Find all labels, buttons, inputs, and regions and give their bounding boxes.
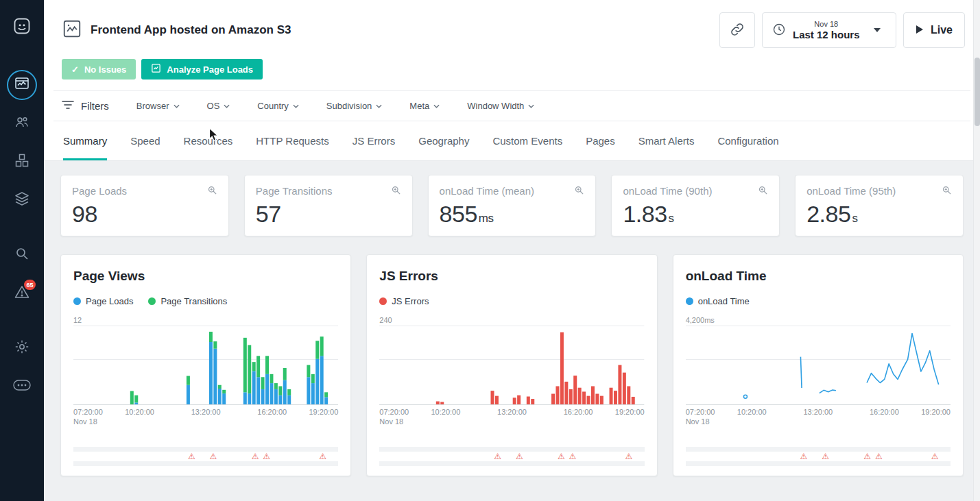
x-tick: 13:20:00 xyxy=(191,408,221,416)
time-range-selector[interactable]: Nov 18 Last 12 hours xyxy=(762,12,896,48)
tab-speed[interactable]: Speed xyxy=(130,121,160,160)
warning-triangle-icon[interactable]: ⚠ xyxy=(931,452,939,461)
x-tick: 16:20:00 xyxy=(564,408,593,416)
sidebar-item-packages[interactable] xyxy=(0,143,44,181)
chevron-down-icon xyxy=(874,28,881,32)
x-tick: 19:20:00 xyxy=(615,408,645,416)
tab-bar: Summary Speed Resources HTTP Requests JS… xyxy=(44,121,980,161)
vertical-scrollbar[interactable] xyxy=(973,0,980,501)
zoom-icon[interactable] xyxy=(207,185,217,198)
filter-country[interactable]: Country xyxy=(257,101,299,111)
filter-subdivision[interactable]: Subdivision xyxy=(326,101,383,111)
tab-summary[interactable]: Summary xyxy=(63,121,107,160)
page-views-chart[interactable] xyxy=(73,326,338,405)
sidebar-logo[interactable] xyxy=(0,8,44,47)
analyze-page-loads-button[interactable]: Analyze Page Loads xyxy=(141,59,263,80)
stat-value: 98 xyxy=(72,201,217,228)
warning-triangle-icon[interactable]: ⚠ xyxy=(210,452,217,461)
stat-value: 1.83s xyxy=(623,201,768,228)
warning-triangle-icon[interactable]: ⚠ xyxy=(822,452,829,461)
app-logo-icon xyxy=(12,16,32,38)
warning-triangle-icon[interactable]: ⚠ xyxy=(625,452,632,461)
share-link-button[interactable] xyxy=(719,12,755,48)
chevron-down-icon xyxy=(528,104,534,108)
stat-card-page-loads: Page Loads 98 xyxy=(60,175,229,236)
legend-js-errors[interactable]: JS Errors xyxy=(379,296,429,306)
zoom-icon[interactable] xyxy=(391,185,401,198)
warning-triangle-icon[interactable]: ⚠ xyxy=(800,452,808,461)
sidebar-item-settings[interactable] xyxy=(0,329,44,367)
sidebar-item-infrastructure[interactable] xyxy=(0,181,44,219)
warning-triangle-icon[interactable]: ⚠ xyxy=(494,452,501,461)
zoom-icon[interactable] xyxy=(942,185,952,198)
warning-triangle-icon[interactable]: ⚠ xyxy=(252,452,259,461)
live-label: Live xyxy=(931,24,953,36)
x-tick: 07:20:00Nov 18 xyxy=(73,408,103,426)
x-tick: 13:20:00 xyxy=(803,408,833,416)
warning-triangle-icon[interactable]: ⚠ xyxy=(875,452,883,461)
tab-http-requests[interactable]: HTTP Requests xyxy=(256,121,328,160)
legend-dot xyxy=(148,297,156,305)
warning-triangle-icon[interactable]: ⚠ xyxy=(516,452,523,461)
tab-geography[interactable]: Geography xyxy=(418,121,469,160)
chevron-down-icon xyxy=(174,104,180,108)
filter-browser[interactable]: Browser xyxy=(136,101,180,111)
no-issues-badge[interactable]: ✓ No Issues xyxy=(62,59,136,80)
sidebar-item-more[interactable] xyxy=(0,367,44,406)
alerts-count-badge: 65 xyxy=(24,280,36,290)
stat-label: Page Transitions xyxy=(256,185,333,197)
js-errors-card: JS Errors JS Errors 240 07:20:00Nov 18 1… xyxy=(366,254,657,476)
tab-custom-events[interactable]: Custom Events xyxy=(492,121,562,160)
zoom-icon[interactable] xyxy=(574,185,584,198)
sidebar-item-experience-active[interactable] xyxy=(0,66,44,104)
layers-icon xyxy=(14,191,30,210)
warning-triangle-icon[interactable]: ⚠ xyxy=(863,452,871,461)
filter-meta[interactable]: Meta xyxy=(409,101,440,111)
zoom-icon[interactable] xyxy=(758,185,768,198)
filter-icon xyxy=(62,100,74,112)
tab-resources[interactable]: Resources xyxy=(184,121,233,160)
alerts-strip[interactable]: ⚠⚠⚠⚠⚠ xyxy=(686,447,951,466)
time-range-date: Nov 18 xyxy=(793,20,860,29)
alerts-strip[interactable]: ⚠⚠⚠⚠⚠ xyxy=(73,447,338,466)
legend-page-transitions[interactable]: Page Transitions xyxy=(148,296,227,306)
filter-os[interactable]: OS xyxy=(207,101,230,111)
onload-time-chart[interactable] xyxy=(686,326,951,405)
tab-pages[interactable]: Pages xyxy=(586,121,615,160)
filter-window-width[interactable]: Window Width xyxy=(467,101,534,111)
js-errors-chart[interactable] xyxy=(379,326,644,405)
live-button[interactable]: Live xyxy=(903,12,965,48)
more-dots-icon xyxy=(13,380,31,393)
scrollbar-thumb[interactable] xyxy=(975,58,980,126)
x-tick: 13:20:00 xyxy=(497,408,527,416)
warning-triangle-icon[interactable]: ⚠ xyxy=(558,452,565,461)
x-tick: 07:20:00Nov 18 xyxy=(686,408,715,426)
x-tick: 10:20:00 xyxy=(125,408,154,416)
y-axis-max-label: 4,200ms xyxy=(686,316,951,324)
warning-triangle-icon[interactable]: ⚠ xyxy=(188,452,195,461)
time-range-label: Last 12 hours xyxy=(793,29,860,40)
main-area: Frontend App hosted on Amazon S3 Nov 18 … xyxy=(44,0,980,501)
x-axis-labels: 07:20:00Nov 18 10:20:00 13:20:00 16:20:0… xyxy=(686,408,951,430)
page-title: Frontend App hosted on Amazon S3 xyxy=(91,23,291,37)
x-tick: 10:20:00 xyxy=(737,408,767,416)
tab-smart-alerts[interactable]: Smart Alerts xyxy=(638,121,695,160)
warning-triangle-icon[interactable]: ⚠ xyxy=(569,452,577,461)
filters-toggle[interactable]: Filters xyxy=(62,100,109,112)
stat-value: 57 xyxy=(256,201,401,228)
x-tick: 16:20:00 xyxy=(257,408,287,416)
alerts-strip[interactable]: ⚠⚠⚠⚠⚠ xyxy=(379,447,644,466)
sidebar-item-search[interactable] xyxy=(0,236,44,274)
legend-page-loads[interactable]: Page Loads xyxy=(73,296,133,306)
legend-onload-time[interactable]: onLoad Time xyxy=(686,296,750,306)
warning-triangle-icon[interactable]: ⚠ xyxy=(319,452,326,461)
sidebar-item-users[interactable] xyxy=(0,104,44,143)
tab-js-errors[interactable]: JS Errors xyxy=(352,121,396,160)
page-views-card: Page Views Page Loads Page Transitions 1… xyxy=(60,254,351,476)
legend-dot xyxy=(379,297,387,305)
sidebar-item-alerts[interactable]: 65 xyxy=(0,274,44,313)
tab-configuration[interactable]: Configuration xyxy=(717,121,778,160)
chevron-down-icon xyxy=(376,104,382,108)
stat-cards-row: Page Loads 98 Page Transitions 57 onLoad… xyxy=(60,175,964,236)
warning-triangle-icon[interactable]: ⚠ xyxy=(263,452,270,461)
